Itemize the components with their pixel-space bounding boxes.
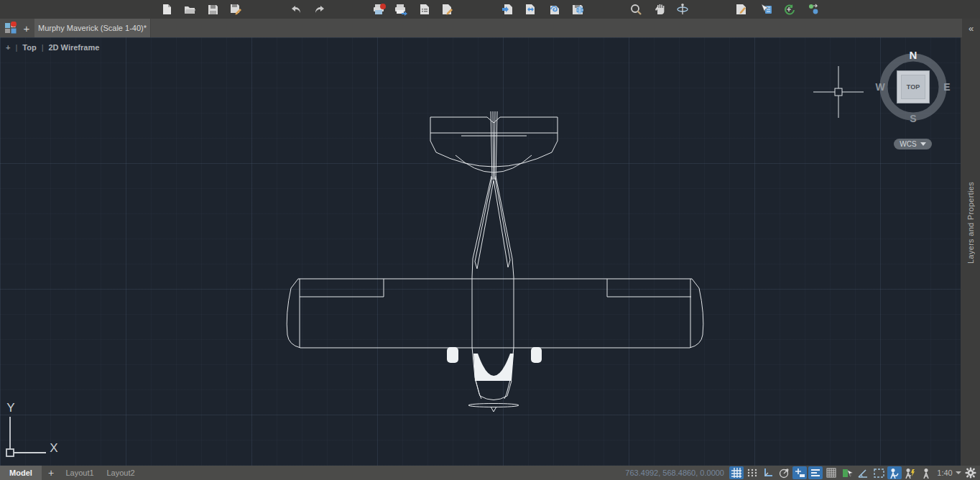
airplane-filled-parts [447, 347, 542, 381]
import-icon[interactable] [501, 3, 514, 16]
layout1-tab[interactable]: Layout1 [60, 466, 99, 480]
drawing-tab-bar: + Murphy Maverick (Scale 1-40)* [0, 19, 980, 37]
save-icon[interactable] [206, 3, 219, 16]
save-as-icon[interactable] [229, 3, 242, 16]
open-folder-icon[interactable] [183, 3, 196, 16]
markup-icon[interactable] [735, 3, 748, 16]
crosshair-cursor [813, 66, 864, 118]
batch-plot-icon[interactable] [394, 3, 407, 16]
save-to-web-icon[interactable] [571, 3, 584, 16]
viewcube-face-label: TOP [901, 75, 925, 99]
drawing-canvas[interactable]: + | Top | 2D Wireframe [0, 37, 961, 466]
undo-icon[interactable] [290, 3, 302, 16]
selection-cycling-toggle-icon[interactable] [840, 466, 854, 479]
zoom-icon[interactable] [629, 3, 642, 16]
airplane-top-view-drawing: Y X [0, 37, 961, 466]
add-layout-button[interactable]: + [43, 466, 59, 480]
top-toolbar [0, 0, 980, 19]
viewcube-top-face[interactable]: TOP [897, 70, 930, 103]
viewcube[interactable]: N S W E TOP [877, 51, 949, 123]
viewcube-north[interactable]: N [906, 49, 920, 61]
pan-icon[interactable] [653, 3, 666, 16]
model-tab[interactable]: Model [0, 466, 42, 480]
object-snap-toggle-icon[interactable] [792, 466, 807, 479]
annotation-scale-value: 1:40 [937, 469, 952, 477]
ucs-icon[interactable] [6, 417, 46, 456]
object-snap-tracking-toggle-icon[interactable] [808, 466, 823, 479]
plot-icon[interactable] [373, 3, 386, 16]
viewcube-south[interactable]: S [906, 113, 920, 124]
viewcube-west[interactable]: W [873, 81, 887, 93]
app-grid-icon[interactable] [4, 22, 17, 34]
chevron-down-icon [956, 471, 961, 474]
wcs-dropdown[interactable]: WCS [894, 139, 932, 149]
insert-icon[interactable] [524, 3, 537, 16]
collapse-panel-button[interactable]: « [962, 19, 980, 37]
coordinate-readout: 763.4992, 568.4860, 0.0000 [607, 466, 724, 480]
orbit-icon[interactable] [676, 3, 689, 16]
new-drawing-tab-button[interactable]: + [19, 19, 34, 37]
ortho-toggle-icon[interactable] [761, 466, 775, 479]
layout2-tab[interactable]: Layout2 [101, 466, 141, 480]
angle-toggle-icon[interactable] [856, 466, 870, 479]
settings-gear-icon[interactable] [963, 466, 978, 479]
hatch-transparency-toggle-icon[interactable] [824, 466, 838, 479]
auto-scale-toggle-icon[interactable] [903, 466, 917, 479]
wcs-label: WCS [900, 140, 916, 148]
page-setup-icon[interactable] [418, 3, 431, 16]
viewcube-east[interactable]: E [940, 81, 954, 93]
ucs-x-label: X [50, 441, 57, 455]
annotation-scale-dropdown[interactable]: 1:40 [935, 466, 963, 480]
snap-toggle-icon[interactable] [745, 466, 759, 479]
dynamic-input-toggle-icon[interactable] [872, 466, 886, 479]
redo-icon[interactable] [313, 3, 325, 16]
right-panel-strip[interactable]: Layers and Properties [961, 37, 980, 466]
airplane-wireframe [287, 111, 703, 412]
annotation-visibility-toggle-icon[interactable] [887, 466, 902, 479]
ucs-y-label: Y [6, 401, 14, 415]
layers-properties-panel-tab[interactable]: Layers and Properties [966, 182, 975, 264]
chevron-down-icon [920, 142, 926, 146]
status-bar: Model + Layout1 Layout2 763.4992, 568.48… [0, 466, 980, 480]
reference-icon[interactable] [782, 3, 795, 16]
annotation-scale-icon[interactable] [919, 466, 933, 479]
attach-icon[interactable] [547, 3, 560, 16]
plot-style-icon[interactable] [441, 3, 454, 16]
grid-toggle-icon[interactable] [729, 466, 744, 479]
quick-select-icon[interactable] [759, 3, 772, 16]
new-file-icon[interactable] [160, 3, 173, 16]
polar-tracking-toggle-icon[interactable] [777, 466, 791, 479]
drawing-tab[interactable]: Murphy Maverick (Scale 1-40)* [34, 19, 151, 37]
share-icon[interactable] [807, 3, 820, 16]
